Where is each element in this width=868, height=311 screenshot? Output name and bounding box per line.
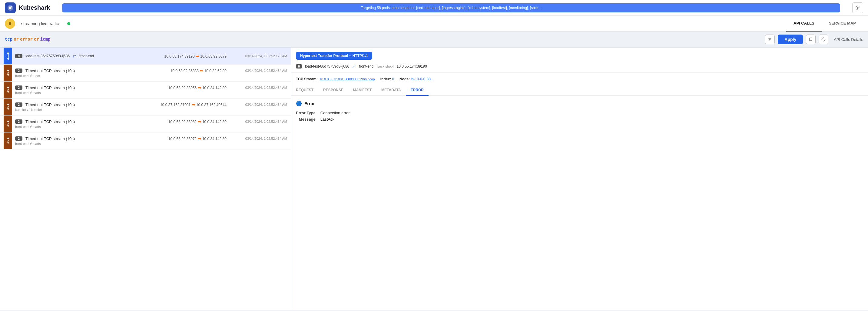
svg-point-1 [857,7,858,8]
index-badge: 2 [15,136,23,141]
protocol-badge-tcp: TCP [4,82,12,98]
table-row[interactable]: TCP 2 Timed out TCP stream (10s) 10.0.37… [0,98,291,115]
row-sub: front-end⇄carts [15,142,287,145]
tab-response[interactable]: RESPONSE [318,85,348,96]
detail-tabs: REQUEST RESPONSE MANIFEST METADATA ERROR [291,85,868,96]
arrow-icon: ⇄ [73,54,76,58]
svg-rect-3 [10,22,11,25]
detail-dest: front-end [359,64,373,68]
filter-options-button[interactable] [765,34,775,44]
row-time: 03/14/2024, 1:02:52.484 AM [236,69,287,73]
row-left: 0 load-test-86d75759d8-lj686 ⇄ front-end… [15,54,287,58]
top-bar: Kubeshark Targeting 58 pods in namespace… [0,0,868,16]
row-sub: kubelet⇄kubelet [15,108,287,112]
settings-filter-button[interactable] [818,34,828,44]
svg-rect-2 [9,22,10,25]
node-label: Node: ip-10-0-0-88... [400,77,434,81]
second-bar: streaming live traffic API CALLS SERVICE… [0,16,868,31]
filter-or-2: or [34,37,39,42]
api-calls-details-label: API Calls Details [834,37,863,42]
tab-service-map[interactable]: SERVICE MAP [822,16,863,31]
node-value[interactable]: ip-10-0-0-88... [411,77,433,81]
settings-button[interactable] [852,2,863,13]
error-icon: 🔵 [296,101,302,106]
traffic-list: HTTP 0 load-test-86d75759d8-lj686 ⇄ fron… [0,48,291,310]
error-table: Error Type Connection error Message Last… [296,111,863,121]
status-dot [67,22,70,25]
error-section: 🔵 Error Error Type Connection error Mess… [291,96,868,126]
detail-panel: Hypertext Transfer Protocol -- HTTP/1.1 … [291,48,868,310]
protocol-badge-tcp: TCP [4,98,12,115]
row-ips: 10.0.63.92:36838 ➡ 10.0.32.62:80 [170,68,233,73]
tab-manifest[interactable]: MANIFEST [348,85,376,96]
index-label: Index: 0 [380,77,394,81]
row-sub: front-end⇄user [15,74,287,78]
protocol-detail-badge: Hypertext Transfer Protocol -- HTTP/1.1 [296,52,372,60]
row-source: load-test-86d75759d8-lj686 [26,54,70,58]
row-ips: 10.0.63.92:33956 ➡ 10.0.34.142:80 [168,85,232,90]
table-row[interactable]: TCP 2 Timed out TCP stream (10s) 10.0.63… [0,64,291,82]
error-header: 🔵 Error [296,101,863,106]
app-name: Kubeshark [19,4,50,11]
error-type-value: Connection error [320,111,863,115]
row-ips: 10.0.55.174:39190 ➡ 10.0.63.92:8079 [164,54,232,58]
main-tabs: API CALLS SERVICE MAP [786,16,863,31]
filter-error: error [20,37,33,42]
index-badge: 2 [15,68,23,73]
detail-ip: 10.0.55.174:39190 [397,64,427,68]
tcp-stream-row: TCP Stream: 10.0.0.88:31001/000000001966… [291,76,868,82]
row-time: 03/14/2024, 1:02:52.484 AM [236,120,287,123]
tab-api-calls[interactable]: API CALLS [786,16,822,31]
detail-index-badge: 0 [296,64,302,68]
row-title: Timed out TCP stream (10s) [26,68,75,73]
detail-arrow-icon: ⇄ [352,64,356,69]
protocol-badge-tcp: TCP [4,64,12,81]
row-time: 03/14/2024, 1:02:52.484 AM [236,86,287,89]
table-row[interactable]: TCP 2 Timed out TCP stream (10s) 10.0.63… [0,82,291,98]
table-row[interactable]: HTTP 0 load-test-86d75759d8-lj686 ⇄ fron… [0,48,291,64]
index-badge: 0 [15,54,23,58]
message-label: Message [296,117,316,121]
filter-bar: tcp or error or icmp Apply API Calls Det… [0,31,868,48]
row-time: 03/14/2024, 1:02:52.484 AM [236,137,287,140]
protocol-badge-http: HTTP [4,48,12,64]
tcp-stream-label: TCP Stream: [296,77,318,81]
index-badge: 2 [15,119,23,124]
index-badge: 2 [15,85,23,90]
error-type-label: Error Type [296,111,316,115]
error-title: Error [304,101,315,106]
divider [291,73,868,73]
tab-request[interactable]: REQUEST [291,85,318,96]
row-title: Timed out TCP stream (10s) [26,85,75,90]
row-title: Timed out TCP stream (10s) [26,103,75,107]
svg-point-0 [11,6,12,7]
table-row[interactable]: TCP 2 Timed out TCP stream (10s) 10.0.63… [0,115,291,133]
logo: Kubeshark [5,2,50,13]
row-ips: 10.0.37.162:31001 ➡ 10.0.37.162:40544 [160,102,232,107]
table-row[interactable]: TCP 2 Timed out TCP stream (10s) 10.0.63… [0,133,291,149]
tcp-stream-link[interactable]: 10.0.0.88:31001/000000001966.pcap [319,77,375,81]
bookmark-button[interactable] [806,34,816,44]
pause-button[interactable] [5,19,15,29]
row-sub: front-end⇄carts [15,124,287,129]
tab-metadata[interactable]: METADATA [376,85,406,96]
detail-row-info: 0 load-test-86d75759d8-lj686 ⇄ front-end… [291,64,868,73]
svg-point-7 [823,39,824,40]
row-time: 03/14/2024, 1:02:52.173 AM [236,54,287,58]
targeting-banner: Targeting 58 pods in namespaces [cert-ma… [62,3,840,12]
row-title: Timed out TCP stream (10s) [26,136,75,141]
streaming-label: streaming live traffic [21,21,59,26]
filter-icmp: icmp [40,37,51,42]
filter-display: tcp or error or icmp [5,37,50,42]
row-dest: front-end [79,54,94,58]
apply-button[interactable]: Apply [778,34,803,44]
tab-error[interactable]: ERROR [406,85,429,96]
message-value: LastAck [320,117,863,121]
logo-icon [5,2,16,13]
index-value[interactable]: 0 [392,77,394,81]
row-time: 03/14/2024, 1:02:52.484 AM [236,103,287,106]
detail-source: load-test-86d75759d8-lj686 [305,64,349,68]
row-ips: 10.0.63.92:33982 ➡ 10.0.34.142:80 [168,119,232,124]
index-badge: 2 [15,103,23,107]
main-content: HTTP 0 load-test-86d75759d8-lj686 ⇄ fron… [0,48,868,310]
